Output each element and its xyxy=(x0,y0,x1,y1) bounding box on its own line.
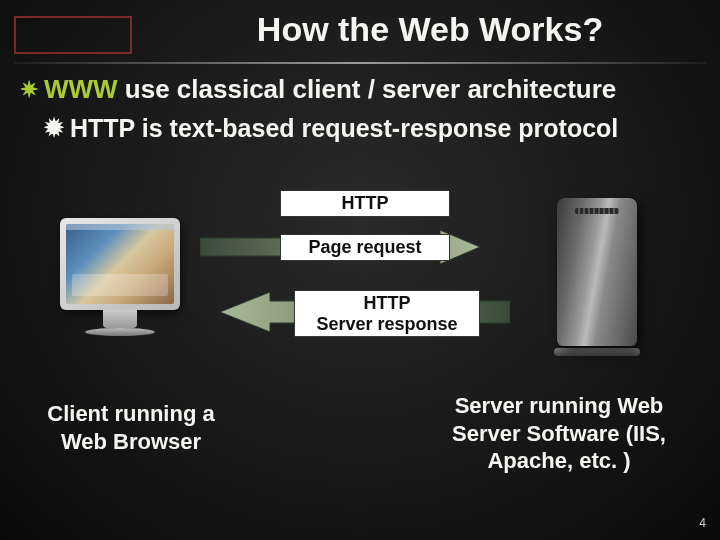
bullet-2-text: HTTP is text-based request-response prot… xyxy=(70,114,618,142)
title-divider xyxy=(14,62,706,64)
caption-client: Client running a Web Browser xyxy=(36,400,226,455)
bullet-2: ✹HTTP is text-based request-response pro… xyxy=(44,114,704,143)
page-number: 4 xyxy=(699,516,706,530)
monitor-icon xyxy=(60,218,180,310)
caption-server: Server running Web Server Software (IIS,… xyxy=(440,392,678,475)
starburst-icon: ✷ xyxy=(20,77,38,103)
label-server-response: HTTP Server response xyxy=(294,290,480,337)
bullet-1: ✷WWW use classical client / server archi… xyxy=(20,74,704,105)
label-page-request: Page request xyxy=(280,234,450,261)
slide-title: How the Web Works? xyxy=(0,10,720,49)
server-illustration xyxy=(557,198,640,356)
burst-icon: ✹ xyxy=(44,114,64,142)
bullet-1-www: WWW xyxy=(44,74,118,104)
architecture-diagram: HTTP Page request HTTP Server response xyxy=(0,190,720,370)
bullet-1-rest: use classical client / server architectu… xyxy=(118,74,617,104)
label-http: HTTP xyxy=(280,190,450,217)
client-illustration xyxy=(60,218,180,336)
server-tower-icon xyxy=(557,198,637,346)
